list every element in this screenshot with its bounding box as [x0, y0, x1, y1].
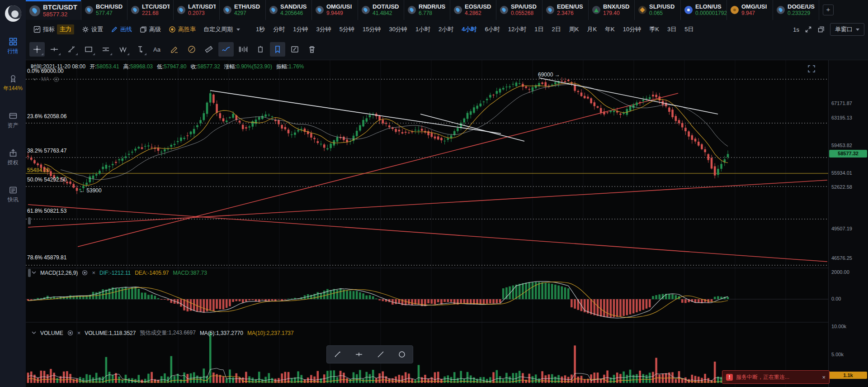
- ticker-item[interactable]: OMG/USI 9.9449: [311, 0, 358, 20]
- ticker-item[interactable]: ELON/US 0.000001792: [680, 0, 726, 20]
- timeframe-1分钟[interactable]: 1分钟: [289, 25, 312, 33]
- draw-line-button[interactable]: 画线: [111, 25, 132, 33]
- chevron-down-icon[interactable]: [32, 331, 36, 334]
- ticker-item[interactable]: LTC/USDT 221.68: [127, 0, 173, 20]
- candlestick-chart[interactable]: [26, 60, 828, 387]
- delete-drawing-tool[interactable]: [304, 42, 320, 57]
- macd-name[interactable]: MACD(12,26,9): [40, 270, 78, 276]
- ticker-item[interactable]: EDEN/US 2.3476: [542, 0, 588, 20]
- high-win-button[interactable]: 高胜率: [169, 25, 196, 33]
- timeframe-1秒[interactable]: 1秒: [252, 25, 269, 33]
- horizontal-line-tool[interactable]: [47, 42, 62, 57]
- sidebar-item-market[interactable]: 行情: [0, 37, 26, 55]
- timeframe-6小时[interactable]: 6小时: [481, 25, 504, 33]
- ticker-item[interactable]: EOS/USD 4.2862: [450, 0, 496, 20]
- ticker-item[interactable]: BCH/USD 577.47: [81, 0, 127, 20]
- screenshot-icon[interactable]: [817, 26, 825, 33]
- fib-level-label[interactable]: 23.6% 62058.06: [27, 113, 66, 119]
- ruler-tool[interactable]: [201, 42, 217, 57]
- close-indicator-icon[interactable]: ×: [77, 330, 81, 336]
- ticker-item[interactable]: SAND/US 4.205646: [265, 0, 311, 20]
- ticker-item[interactable]: SLP/USD 0.065: [634, 0, 680, 20]
- timeframe-1日[interactable]: 1日: [530, 25, 547, 33]
- bookmark-tool[interactable]: [270, 42, 285, 57]
- window-mode-dropdown[interactable]: 单窗口: [830, 23, 864, 36]
- vertical-measure-tool[interactable]: [132, 42, 148, 57]
- timeframe-30分钟[interactable]: 30分钟: [385, 25, 411, 33]
- chart-expand-icon[interactable]: [807, 65, 816, 75]
- ticker-item[interactable]: DOT/USD 41.4842: [358, 0, 404, 20]
- ticker-item[interactable]: ETH/USD 4297: [219, 0, 265, 20]
- fib-level-label[interactable]: 50.0% 54292.50: [27, 177, 66, 183]
- magnet-tool[interactable]: [253, 42, 268, 57]
- ticker-item[interactable]: DOGE/US 0.233229: [773, 0, 819, 20]
- fib-level-label[interactable]: 78.6% 45879.81: [27, 254, 66, 261]
- ticker-symbol: RNDR/US: [419, 4, 445, 10]
- price-axis[interactable]: 67171.8763195.1359453.8255934.0152622.58…: [828, 60, 868, 387]
- ticker-item[interactable]: LAT/USDT 0.2073: [173, 0, 219, 20]
- timeframe-5分钟[interactable]: 5分钟: [335, 25, 359, 33]
- draw-ellipse-icon[interactable]: [394, 348, 410, 361]
- sidebar-item-news[interactable]: 快讯: [0, 186, 26, 204]
- add-pair-button[interactable]: +: [819, 0, 837, 20]
- sidebar-item-authorize[interactable]: 授权: [0, 148, 26, 167]
- fib-level-label[interactable]: 61.8% 50821.53: [27, 208, 66, 214]
- timeframe-2小时[interactable]: 2小时: [434, 25, 458, 33]
- chevron-down-icon[interactable]: [32, 271, 36, 274]
- panel-drag-handle[interactable]: [28, 269, 31, 277]
- edit-note-tool[interactable]: [287, 42, 302, 57]
- brush-tool[interactable]: [167, 42, 182, 57]
- indicator-settings-icon[interactable]: [82, 270, 88, 276]
- draw-trend-line-icon[interactable]: [373, 348, 388, 361]
- wave-pattern-tool[interactable]: [115, 42, 131, 57]
- indicator-settings-icon[interactable]: [67, 330, 73, 336]
- ticker-item[interactable]: BTC/USDT 58577.32: [26, 0, 81, 20]
- sidebar-item-yearly[interactable]: 年144%: [0, 74, 26, 92]
- curve-draw-tool[interactable]: [218, 42, 234, 57]
- advanced-button[interactable]: 高级: [140, 25, 161, 33]
- ticker-item[interactable]: SPA/USD 0.055268: [496, 0, 542, 20]
- timeframe-3分钟[interactable]: 3分钟: [312, 25, 335, 33]
- timeframe-年K[interactable]: 年K: [601, 25, 619, 33]
- pattern-brush-tool[interactable]: [184, 42, 199, 57]
- timeframe-10分钟[interactable]: 10分钟: [619, 25, 645, 33]
- custom-period-dropdown[interactable]: 自定义周期: [203, 25, 240, 33]
- fib-level-label[interactable]: 38.2% 57763.47: [27, 148, 66, 154]
- draw-segment-icon[interactable]: [330, 348, 345, 361]
- bar-pattern-tool[interactable]: [236, 42, 251, 57]
- text-tool[interactable]: Aa: [150, 42, 165, 57]
- sidebar-item-assets[interactable]: 资产: [0, 111, 26, 129]
- volume-name[interactable]: VOLUME: [40, 330, 63, 336]
- timeframe-季K[interactable]: 季K: [645, 25, 663, 33]
- timeframe-5日[interactable]: 5日: [680, 25, 698, 33]
- timeframe-1小时[interactable]: 1小时: [411, 25, 434, 33]
- ticker-item[interactable]: BNX/USD 179.40: [588, 0, 634, 20]
- timeframe-2日[interactable]: 2日: [548, 25, 565, 33]
- ticker-item[interactable]: RNDR/US 6.778: [404, 0, 450, 20]
- timeframe-15分钟[interactable]: 15分钟: [359, 25, 385, 33]
- timeframe-月K[interactable]: 月K: [583, 25, 601, 33]
- timeframe-3日[interactable]: 3日: [663, 25, 680, 33]
- draw-horizontal-line-icon[interactable]: [351, 348, 367, 361]
- timeframe-12小时[interactable]: 12小时: [504, 25, 530, 33]
- indicator-button[interactable]: 指标 主力: [33, 24, 74, 34]
- toast-close-icon[interactable]: ×: [822, 374, 826, 381]
- indicator-settings-icon[interactable]: [53, 76, 59, 82]
- fib-level-label[interactable]: 0.0% 69000.00: [27, 68, 64, 74]
- timeframe-4小时[interactable]: 4小时: [458, 25, 481, 33]
- main-force-chip[interactable]: 主力: [57, 24, 74, 34]
- close-indicator-icon[interactable]: ×: [92, 269, 95, 276]
- timeframe-分时[interactable]: 分时: [269, 25, 289, 33]
- rectangle-tool[interactable]: [81, 42, 96, 57]
- parallel-lines-tool[interactable]: [98, 42, 113, 57]
- alert-price-label[interactable]: 55484.20: [27, 167, 50, 173]
- fullscreen-icon[interactable]: [805, 26, 812, 33]
- chevron-down-icon[interactable]: [33, 78, 37, 81]
- chart-area[interactable]: 67171.8763195.1359453.8255934.0152622.58…: [26, 60, 868, 387]
- panel-drag-handle[interactable]: [28, 217, 31, 225]
- ticker-item[interactable]: OMG/USI 9.947: [726, 0, 773, 20]
- settings-button[interactable]: 设置: [82, 25, 103, 33]
- trend-line-tool[interactable]: [64, 42, 79, 57]
- crosshair-tool[interactable]: [29, 42, 45, 57]
- timeframe-周K[interactable]: 周K: [565, 25, 583, 33]
